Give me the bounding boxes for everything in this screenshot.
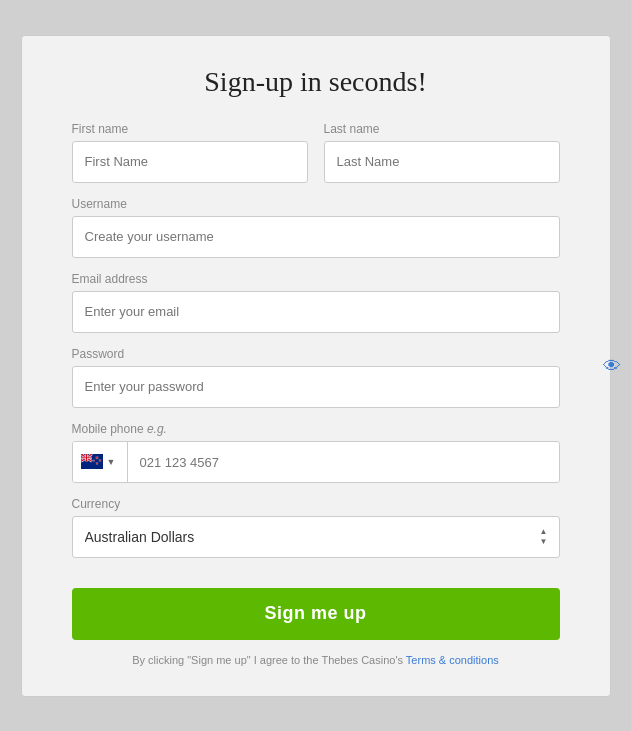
username-input[interactable] [72,216,560,258]
currency-select[interactable]: Australian Dollars US Dollars Euros Brit… [72,516,560,558]
country-dropdown-arrow-icon: ▼ [107,457,116,467]
svg-rect-8 [81,457,92,458]
terms-prefix: By clicking "Sign me up" I agree to the … [132,654,406,666]
currency-label: Currency [72,497,560,511]
name-row: First name Last name [72,122,560,183]
currency-select-wrapper: Australian Dollars US Dollars Euros Brit… [72,516,560,558]
signup-form-container: Sign-up in seconds! First name Last name… [21,35,611,697]
password-label-row: Password 👁 [72,347,560,361]
phone-label: Mobile phone e.g. [72,422,560,436]
last-name-group: Last name [324,122,560,183]
password-group: Password 👁 [72,347,560,408]
page-title: Sign-up in seconds! [72,66,560,98]
password-wrapper [72,366,560,408]
username-label: Username [72,197,560,211]
email-input[interactable] [72,291,560,333]
phone-group: Mobile phone e.g. [72,422,560,483]
password-label: Password [72,347,125,361]
nz-flag-icon [81,454,103,469]
email-group: Email address [72,272,560,333]
first-name-input[interactable] [72,141,308,183]
email-label: Email address [72,272,560,286]
first-name-group: First name [72,122,308,183]
password-input[interactable] [72,366,560,408]
union-jack [81,454,92,462]
terms-link[interactable]: Terms & conditions [406,654,499,666]
currency-group: Currency Australian Dollars US Dollars E… [72,497,560,558]
phone-country-selector[interactable]: ▼ [73,442,128,482]
username-group: Username [72,197,560,258]
first-name-label: First name [72,122,308,136]
last-name-input[interactable] [324,141,560,183]
password-visibility-toggle-icon[interactable]: 👁 [603,357,621,375]
last-name-label: Last name [324,122,560,136]
terms-text: By clicking "Sign me up" I agree to the … [72,654,560,666]
phone-input[interactable] [128,442,559,483]
sign-up-button[interactable]: Sign me up [72,588,560,640]
phone-row: ▼ [72,441,560,483]
